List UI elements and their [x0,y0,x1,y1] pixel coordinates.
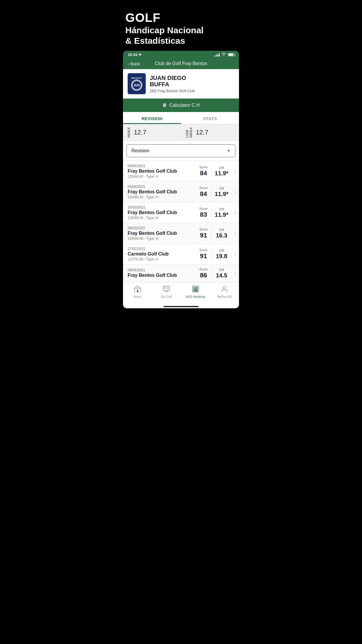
calculator-button[interactable]: 🖩 Calculator C.H [123,99,239,112]
row-details: 129/69.40 - Type: H [128,195,196,199]
svg-rect-14 [194,289,195,290]
status-left: 10:43 ✈ [128,52,142,57]
player-first-name: JUAN DIEGO [150,75,234,81]
bottom-nav: Home Our Golf [123,282,239,304]
outer-wrapper: GOLF Hándicap Nacional& Estadísticas 10:… [121,6,241,308]
score-label: Score [199,228,208,231]
row-date: 06/03/2021 [128,226,196,230]
status-bar: 10:43 ✈ [123,51,239,58]
back-chevron-icon: ‹ [128,61,129,66]
calc-label: Calculator C.H [169,103,200,108]
index-cell: INDEX 12.7 [123,124,181,141]
time: 10:43 [128,52,137,57]
nav-item-myplus[interactable]: MyPlus #ID [210,285,239,300]
nav-aughandicap-label: AUG Handicap [186,295,205,298]
chevron-right-icon: › [232,169,239,174]
score-label: Score [199,267,208,271]
diff-label: Diff [215,268,229,272]
row-club: Fray Bentos Golf Club [128,231,196,236]
diff-value: 11.9* [215,170,229,176]
promo-title: GOLF [125,12,237,24]
svg-rect-15 [195,289,196,290]
score-box: Score 84 [196,165,211,177]
score-row[interactable]: 03/04/2021 Fray Bentos Golf Club 129/69.… [123,182,239,202]
index-value: 12.7 [134,129,146,136]
diff-label: Diff [215,187,229,190]
diff-label: Diff [215,207,229,211]
diff-box: Diff 11.9* [211,207,232,218]
score-label: Score [199,186,208,190]
index-row: INDEX 12.7 LOWINDEX 12.7 [123,124,239,141]
promo-header: GOLF Hándicap Nacional& Estadísticas [121,6,241,51]
svg-rect-11 [194,287,195,288]
player-card: URUGUAY AUG JUAN DIEGO BUFFA (90) Fray B… [123,69,239,99]
score-value: 86 [200,272,207,279]
row-info: 08/01/2021 Fray Bentos Golf Club [128,268,196,279]
row-details: 117/70.50 - Type: A [128,257,196,261]
promo-subtitle: Hándicap Nacional& Estadísticas [125,25,237,46]
score-row[interactable]: 04/04/2021 Fray Bentos Golf Club 129/69.… [123,161,239,182]
score-box: Score 84 [196,186,211,198]
diff-value: 14.5 [216,272,227,279]
row-club: Carmelo Golf Club [128,251,196,257]
score-label: Score [199,207,208,210]
score-row[interactable]: 14/03/2021 Fray Bentos Golf Club 129/69.… [123,202,239,223]
svg-rect-13 [196,287,198,288]
home-bar [164,306,198,307]
dropdown-label: Revision [131,148,149,153]
low-index-value: 12.7 [196,129,208,136]
row-date: 04/04/2021 [128,164,196,168]
nav-item-home[interactable]: Home [123,285,152,300]
battery-icon [228,53,234,56]
row-details: 129/69.40 - Type: H [128,174,196,178]
nav-bar: ‹ Back Club de Golf Fray Bentos [123,58,239,69]
score-box: Score 91 [196,228,211,239]
back-label: Back [130,61,140,66]
score-list: 04/04/2021 Fray Bentos Golf Club 129/69.… [123,161,239,282]
nav-title: Club de Golf Fray Bentos [155,61,207,66]
diff-box: Diff 16.3 [211,228,232,239]
row-club: Fray Bentos Golf Club [128,169,196,174]
svg-rect-12 [195,287,196,288]
diff-value: 11.9* [215,191,229,197]
diff-box: Diff 11.9* [211,187,232,197]
nav-myplus-label: MyPlus #ID [217,295,232,298]
wifi-icon [222,52,226,57]
chevron-right-icon: › [232,251,239,257]
player-info: JUAN DIEGO BUFFA (90) Fray Bentos Golf C… [150,75,234,93]
tab-stats[interactable]: STATS [181,112,239,124]
diff-value: 16.3 [216,232,227,239]
diff-value: 11.9* [215,211,229,218]
myplus-icon [221,286,228,294]
low-index-label: LOWINDEX [185,127,193,138]
logo-emblem: AUG [131,80,142,91]
svg-rect-3 [137,290,138,292]
row-date: 03/04/2021 [128,185,196,189]
svg-rect-17 [194,290,195,291]
diff-value: 19.8 [216,253,227,259]
nav-item-aughandicap[interactable]: AUG Handicap [181,285,210,300]
chevron-right-icon: › [232,210,239,215]
tab-revision[interactable]: REVISION [123,112,181,124]
chevron-right-icon: › [232,189,239,195]
row-info: 27/02/2021 Carmelo Golf Club 117/70.50 -… [128,247,196,261]
row-date: 08/01/2021 [128,268,196,272]
score-section: Score 83 Diff 11.9* [196,207,232,218]
revision-dropdown[interactable]: Revision ▼ [126,144,236,157]
row-details: 129/69.40 - Type: H [128,237,196,241]
score-row[interactable]: 08/01/2021 Fray Bentos Golf Club Score 8… [123,265,239,282]
dropdown-arrow-icon: ▼ [227,149,231,153]
calc-icon: 🖩 [162,103,167,108]
score-section: Score 84 Diff 11.9* [196,186,232,198]
row-club: Fray Bentos Golf Club [128,273,196,278]
score-value: 84 [200,169,207,177]
chevron-right-icon: › [232,271,239,276]
nav-item-ourgolf[interactable]: Our Golf [152,285,181,300]
diff-label: Diff [215,249,229,252]
score-row[interactable]: 27/02/2021 Carmelo Golf Club 117/70.50 -… [123,244,239,265]
score-label: Score [199,248,208,252]
back-button[interactable]: ‹ Back [128,61,140,66]
score-row[interactable]: 06/03/2021 Fray Bentos Golf Club 129/69.… [123,223,239,244]
diff-box: Diff 19.8 [211,249,232,260]
row-date: 14/03/2021 [128,205,196,209]
